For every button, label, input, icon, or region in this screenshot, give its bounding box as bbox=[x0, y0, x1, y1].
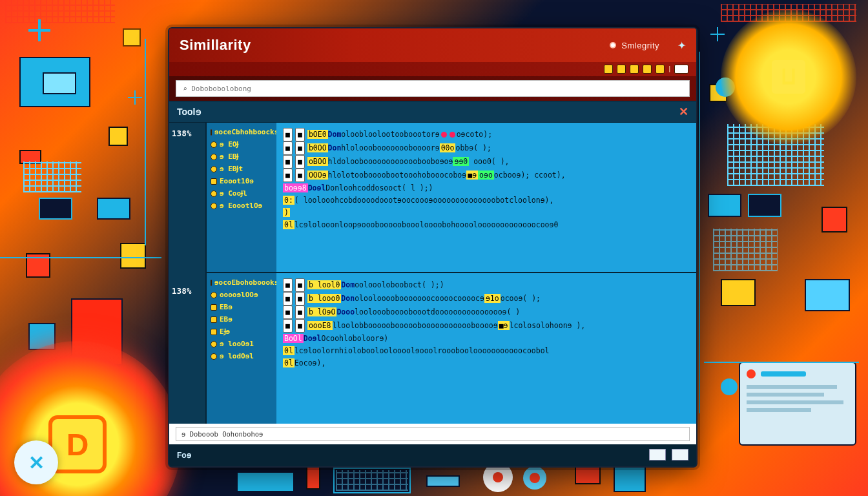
badge-chip bbox=[617, 65, 626, 74]
badge-chip bbox=[630, 65, 639, 74]
gutter-item: ɘ EoootlOɘ bbox=[211, 202, 273, 210]
code-line: 0llcɘloolornhioloboolooloooolɘooolrooobo… bbox=[283, 345, 690, 357]
gutter-item: ɘ EBɈt bbox=[211, 165, 273, 173]
line-gutter: ɘoceCbhohboocksɘ EOɈɘ EBɈɘ EBɈtEooot10ɘɘ… bbox=[207, 123, 276, 272]
search-row bbox=[169, 76, 696, 101]
code-line: ■■bOE0Domoloobloolootooboootorɘoɘcoto); bbox=[283, 128, 690, 141]
footer-bar: Foɘ bbox=[169, 444, 696, 466]
status-row: ɘ Dobooob Oohonbohoɘ bbox=[169, 424, 696, 444]
code-line: ■■oBOOhldolooboooooooooooobooboɘoɘɘɘ0 oo… bbox=[283, 155, 690, 169]
gutter-item: ɘ looOɘ1 bbox=[211, 340, 273, 348]
footer-button[interactable] bbox=[672, 449, 688, 460]
badge-chip bbox=[643, 65, 652, 74]
badge-chip bbox=[656, 65, 665, 74]
gutter-item: EBɘ bbox=[211, 303, 273, 311]
code-line: ) bbox=[283, 207, 690, 219]
footer-button[interactable] bbox=[649, 449, 666, 460]
compare-panes: 138% 138% ɘoceCbhohboocksɘ EOɈɘ EBɈɘ EBɈ… bbox=[169, 123, 696, 424]
code-line: 0:( loolooohcobdoooodoootɘoocoooɘooooooo… bbox=[283, 194, 690, 207]
gutter-item: ooooɘlOOɘ bbox=[211, 291, 273, 299]
tab-label[interactable]: Toolɘ bbox=[177, 107, 202, 117]
tab-close-icon[interactable]: ✕ bbox=[679, 105, 688, 119]
peer-label: Smlegrity bbox=[621, 41, 659, 50]
code-line: ■■b looo0Donolooloooobooooooocoooocooooc… bbox=[283, 292, 690, 305]
glyph-badge-top-right: ⵡ bbox=[721, 9, 856, 145]
code-line: ■■oooE8lloolobbooooobooooobooooooooooobo… bbox=[283, 319, 690, 333]
title-bar: Simillarity Smlegrity ✦ bbox=[169, 28, 696, 62]
code-pane: ■■bOE0Domoloobloolootooboootorɘoɘcoto);■… bbox=[276, 123, 696, 272]
gutter-item: ɘ lodOɘl bbox=[211, 352, 273, 360]
gutter-item: ɘ EBɈ bbox=[211, 152, 273, 161]
code-line: 0lEocoɘ), bbox=[283, 357, 690, 369]
app-title: Simillarity bbox=[180, 37, 251, 54]
similarity-percent: 138% bbox=[172, 129, 203, 138]
compare-block: ɘoceCbhohboocksɘ EOɈɘ EBɈɘ EBɈtEooot10ɘɘ… bbox=[207, 123, 696, 273]
code-pane: ■■b lool0Domoolooolobooboct( );)■■b looo… bbox=[276, 273, 696, 424]
gutter-item: Eooot10ɘ bbox=[211, 177, 273, 185]
gutter-item: EɈɘ bbox=[211, 327, 273, 336]
similarity-window: Simillarity Smlegrity ✦ | Toolɘ ✕ 138% 1… bbox=[168, 27, 698, 468]
code-line: ■■b0OODonhloloooboooooooboooorɘ00oobbɘ( … bbox=[283, 141, 690, 155]
badge-separator: | bbox=[668, 65, 670, 74]
badge-chip-wide bbox=[674, 65, 688, 74]
code-line: 0llcɘlolooonloopɘoooboooooboooloooobohoo… bbox=[283, 219, 690, 231]
gutter-item: EBɘ bbox=[211, 315, 273, 324]
line-gutter: ɘocoEbohoboooksooooɘlOOɘEBɘEBɘEɈɘɘ looOɘ… bbox=[207, 273, 276, 424]
search-input[interactable] bbox=[176, 80, 690, 97]
gutter-header: ɘoceCbhohboocks bbox=[211, 128, 273, 136]
status-dot-icon bbox=[610, 42, 616, 48]
code-line: ■■b lool0Domoolooolobooboct( );) bbox=[283, 278, 690, 292]
close-chip-icon: ✕ bbox=[14, 440, 58, 484]
gutter-item: ɘ EOɈ bbox=[211, 140, 273, 149]
code-line: boɘɘ8DoɘlDonloohcoddosooct( l );) bbox=[283, 182, 690, 194]
tab-row: Toolɘ ✕ bbox=[169, 101, 696, 123]
status-text: ɘ Dobooob Oohonbohoɘ bbox=[176, 427, 690, 441]
compare-block: ɘocoEbohoboooksooooɘlOOɘEBɘEBɘEɈɘɘ looOɘ… bbox=[207, 273, 696, 424]
badge-chip bbox=[604, 65, 613, 74]
gutter-header: ɘocoEbohoboooks bbox=[211, 278, 273, 287]
similarity-percent-column: 138% 138% bbox=[169, 123, 207, 424]
code-line: ■■b lOɘODoooloolooobooooboootdoooooooooo… bbox=[283, 305, 690, 319]
footer-label: Foɘ bbox=[177, 451, 191, 460]
code-line: ■■OOOɘhlolotooboooobootooohobooocoboɘ■ɘo… bbox=[283, 169, 690, 182]
sparkle-icon: ✦ bbox=[677, 39, 686, 52]
similarity-percent: 138% bbox=[172, 287, 203, 296]
peer-indicator: Smlegrity bbox=[610, 41, 659, 50]
badge-bar: | bbox=[169, 62, 696, 76]
code-line: BoOlDoɘlOcoohloboloorɘ) bbox=[283, 333, 690, 345]
gutter-item: ɘ CooɈl bbox=[211, 189, 273, 198]
